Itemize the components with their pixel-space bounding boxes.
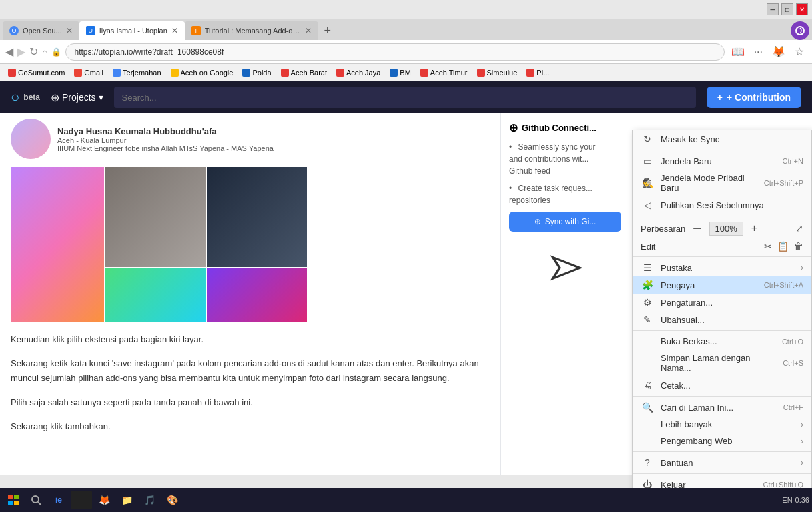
menu-item-sync[interactable]: ↻ Masuk ke Sync — [633, 130, 811, 148]
cut-icon[interactable]: ✂ — [764, 241, 772, 252]
app-search-input[interactable] — [114, 87, 696, 108]
bookmark-pi[interactable]: Pi... — [522, 67, 553, 78]
menu-item-help[interactable]: ? Bantuan › — [633, 454, 811, 471]
new-tab-button[interactable]: + — [318, 21, 337, 40]
zoom-value: 100% — [709, 222, 743, 236]
menu-item-find[interactable]: 🔍 Cari di Laman Ini... Ctrl+F — [633, 399, 811, 416]
menu-item-private[interactable]: 🕵 Jendela Mode Pribadi Baru Ctrl+Shift+P — [633, 170, 811, 196]
tab-3-close[interactable]: ✕ — [305, 26, 312, 35]
photo-5 — [207, 268, 307, 322]
ie-taskbar-button[interactable]: ie — [48, 491, 69, 509]
find-menu-icon: 🔍 — [641, 402, 654, 413]
menu-item-open-file[interactable]: Buka Berkas... Ctrl+O — [633, 333, 811, 350]
profile-info: Nadya Husna Keumala Hubbuddhu'afa Aceh -… — [57, 126, 274, 152]
window-controls: ─ □ ✕ — [767, 3, 808, 15]
search-taskbar-button[interactable] — [25, 491, 47, 509]
menu-item-print[interactable]: 🖨 Cetak... — [633, 376, 811, 394]
copy-icon[interactable]: 📋 — [777, 241, 789, 252]
bookmark-star-icon[interactable]: ☆ — [792, 44, 807, 59]
back-button[interactable]: ◀ — [5, 45, 13, 58]
menu-item-settings[interactable]: ⚙ Pengaturan... — [633, 294, 811, 311]
menu-new-window-label: Jendela Baru — [661, 156, 776, 166]
menu-item-library[interactable]: ☰ Pustaka › — [633, 259, 811, 276]
bookmark-aceh-jaya[interactable]: Aceh Jaya — [332, 67, 384, 78]
photo-2 — [105, 167, 206, 267]
tab-1-close[interactable]: ✕ — [66, 26, 73, 35]
folder-taskbar-button[interactable]: 📁 — [116, 491, 137, 509]
minimize-button[interactable]: ─ — [767, 3, 779, 15]
pocket-icon[interactable]: 🦊 — [769, 44, 788, 59]
bookmark-bm-icon — [390, 69, 398, 77]
github-bullet-1: Seamlessly sync yourand contributions wi… — [509, 141, 621, 177]
zoom-out-button[interactable]: ─ — [691, 221, 703, 236]
bookmark-gmail-icon — [74, 69, 82, 77]
menu-find-label: Cari di Laman Ini... — [661, 403, 777, 413]
menu-item-more[interactable]: Lebih banyak › — [633, 416, 811, 433]
bookmark-aceh-label: Aceh on Google — [181, 69, 234, 77]
paint-taskbar-button[interactable]: 🎨 — [161, 491, 183, 509]
url-input[interactable] — [65, 43, 724, 61]
bookmark-aceh-google[interactable]: Aceh on Google — [167, 67, 238, 78]
reader-mode-icon[interactable]: 📖 — [729, 44, 747, 59]
bookmark-aceh-icon — [171, 69, 179, 77]
menu-item-webdev[interactable]: Pengembang Web › — [633, 433, 811, 449]
lock-icon: 🔒 — [51, 47, 61, 57]
article-para-2: Sekarang ketik kata kunci 'save instagra… — [11, 356, 490, 386]
bookmark-aceh-timur[interactable]: Aceh Timur — [416, 67, 472, 78]
tab-2-close[interactable]: ✕ — [171, 26, 178, 35]
bookmark-bm-label: BM — [400, 69, 411, 77]
close-button[interactable]: ✕ — [796, 3, 808, 15]
photo-grid — [0, 164, 500, 324]
home-button[interactable]: ⌂ — [42, 47, 47, 57]
bookmark-aceh-barat-icon — [281, 69, 289, 77]
tab-2[interactable]: U Ilyas Ismail - Utopian ✕ — [79, 21, 185, 40]
app-nav-projects[interactable]: ⊕ Projects ▾ — [51, 91, 103, 104]
menu-print-label: Cetak... — [661, 380, 803, 391]
menu-open-file-label: Buka Berkas... — [661, 336, 775, 346]
context-menu: ↻ Masuk ke Sync ▭ Jendela Baru Ctrl+N 🕵 … — [632, 130, 812, 494]
photo-4 — [105, 268, 206, 322]
bookmark-polda[interactable]: Polda — [238, 67, 275, 78]
tab-bar: O Open Sou... ✕ U Ilyas Ismail - Utopian… — [0, 19, 812, 40]
github-logo-icon: ⊕ — [509, 121, 518, 134]
menu-edit-row: Edit ✂ 📋 🗑 — [633, 238, 811, 254]
menu-item-restore[interactable]: ◁ Pulihkan Sesi Sebelumnya — [633, 196, 811, 214]
paste-icon[interactable]: 🗑 — [794, 241, 803, 252]
music-taskbar-button[interactable]: 🎵 — [139, 491, 160, 509]
ellipsis-icon[interactable]: ··· — [751, 45, 765, 59]
zoom-in-button[interactable]: + — [749, 221, 760, 236]
bookmark-aceh-barat-label: Aceh Barat — [291, 69, 327, 77]
bookmark-gosumut[interactable]: GoSumut.com — [4, 67, 69, 78]
menu-item-new-window[interactable]: ▭ Jendela Baru Ctrl+N — [633, 152, 811, 170]
refresh-button[interactable]: ↻ — [29, 45, 38, 58]
tab-1[interactable]: O Open Sou... ✕ — [3, 21, 79, 40]
article-para-4: Sekarang klik tambahkan. — [11, 419, 490, 434]
sync-github-button[interactable]: ⊕ Sync with Gi... — [509, 212, 621, 232]
maximize-button[interactable]: □ — [781, 3, 793, 15]
app1-taskbar-button[interactable] — [71, 491, 92, 509]
menu-item-save[interactable]: Simpan Laman dengan Nama... Ctrl+S — [633, 350, 811, 376]
bookmark-aceh-barat[interactable]: Aceh Barat — [277, 67, 331, 78]
contribution-button[interactable]: + + Contribution — [707, 87, 801, 108]
svg-point-0 — [796, 27, 804, 35]
menu-separator-3 — [633, 256, 811, 257]
bookmark-translate[interactable]: Terjemahan — [109, 67, 165, 78]
firefox-taskbar-button[interactable]: 🦊 — [93, 491, 115, 509]
windows-start-button[interactable] — [3, 491, 24, 509]
bookmark-bm[interactable]: BM — [386, 67, 415, 78]
menu-save-label: Simpan Laman dengan Nama... — [661, 353, 776, 373]
help-menu-icon: ? — [641, 457, 654, 468]
forward-button[interactable]: ▶ — [17, 45, 25, 58]
tab-3[interactable]: T Tutorial : Memasang Add-on P... ✕ — [185, 21, 318, 40]
bookmark-aceh-timur-icon — [420, 69, 428, 77]
page-content: ○ beta ⊕ Projects ▾ + + Contribution Nad… — [0, 81, 812, 512]
menu-customize-label: Ubahsuai... — [661, 315, 803, 325]
tab-3-title: Tutorial : Memasang Add-on P... — [205, 27, 301, 35]
projects-label: Projects — [62, 92, 96, 103]
photo-1 — [11, 167, 104, 322]
bookmark-gmail[interactable]: Gmail — [70, 67, 107, 78]
menu-item-addons[interactable]: 🧩 Pengaya Ctrl+Shift+A — [633, 276, 811, 294]
zoom-expand-button[interactable]: ⤢ — [795, 223, 803, 234]
menu-item-customize[interactable]: ✎ Ubahsuai... — [633, 311, 811, 328]
bookmark-simeulue[interactable]: Simeulue — [473, 67, 522, 78]
